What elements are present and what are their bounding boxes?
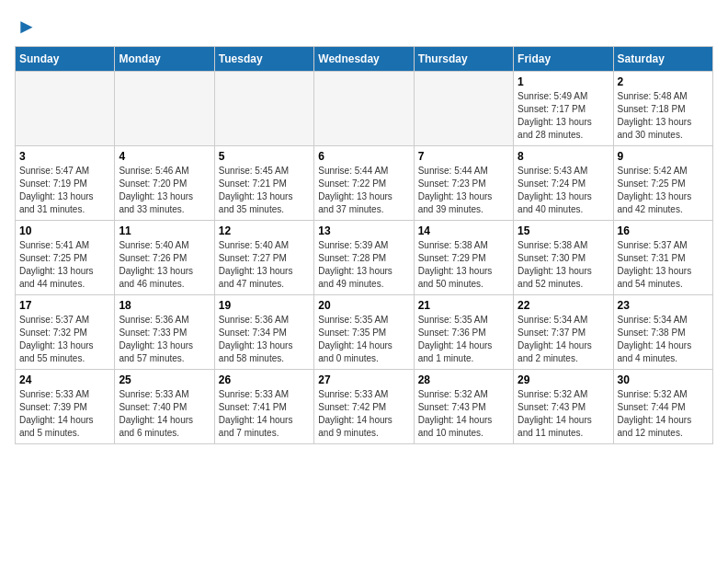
day-number: 12 — [219, 224, 310, 237]
day-number: 18 — [119, 299, 210, 312]
day-number: 16 — [618, 224, 709, 237]
day-number: 25 — [119, 373, 210, 386]
day-cell: 30Sunrise: 5:32 AM Sunset: 7:44 PM Dayli… — [613, 370, 712, 444]
header-cell-wednesday: Wednesday — [314, 47, 414, 72]
day-cell: 21Sunrise: 5:35 AM Sunset: 7:36 PM Dayli… — [414, 295, 513, 370]
day-info: Sunrise: 5:35 AM Sunset: 7:36 PM Dayligh… — [418, 314, 509, 365]
day-info: Sunrise: 5:36 AM Sunset: 7:34 PM Dayligh… — [219, 314, 310, 365]
day-cell: 7Sunrise: 5:44 AM Sunset: 7:23 PM Daylig… — [414, 146, 513, 221]
header-cell-sunday: Sunday — [16, 47, 115, 72]
day-info: Sunrise: 5:43 AM Sunset: 7:24 PM Dayligh… — [518, 165, 609, 216]
day-number: 26 — [219, 373, 310, 386]
day-info: Sunrise: 5:41 AM Sunset: 7:25 PM Dayligh… — [19, 239, 110, 291]
day-info: Sunrise: 5:47 AM Sunset: 7:19 PM Dayligh… — [19, 165, 110, 216]
day-cell — [314, 72, 414, 146]
day-cell: 1Sunrise: 5:49 AM Sunset: 7:17 PM Daylig… — [514, 72, 613, 146]
day-cell: 15Sunrise: 5:38 AM Sunset: 7:30 PM Dayli… — [514, 221, 613, 295]
day-cell: 2Sunrise: 5:48 AM Sunset: 7:18 PM Daylig… — [613, 72, 712, 146]
day-cell: 26Sunrise: 5:33 AM Sunset: 7:41 PM Dayli… — [214, 370, 313, 444]
day-number: 9 — [618, 150, 709, 163]
day-number: 13 — [318, 224, 409, 237]
day-cell: 20Sunrise: 5:35 AM Sunset: 7:35 PM Dayli… — [314, 295, 414, 370]
day-number: 30 — [618, 373, 709, 386]
day-number: 3 — [19, 150, 110, 163]
day-number: 20 — [318, 299, 409, 312]
day-cell: 25Sunrise: 5:33 AM Sunset: 7:40 PM Dayli… — [115, 370, 214, 444]
day-number: 4 — [119, 150, 210, 163]
week-row-1: 1Sunrise: 5:49 AM Sunset: 7:17 PM Daylig… — [16, 72, 713, 146]
day-cell: 28Sunrise: 5:32 AM Sunset: 7:43 PM Dayli… — [414, 370, 513, 444]
day-cell: 5Sunrise: 5:45 AM Sunset: 7:21 PM Daylig… — [214, 146, 313, 221]
day-cell: 9Sunrise: 5:42 AM Sunset: 7:25 PM Daylig… — [613, 146, 712, 221]
day-info: Sunrise: 5:33 AM Sunset: 7:42 PM Dayligh… — [318, 388, 409, 440]
day-number: 21 — [418, 299, 509, 312]
day-cell — [16, 72, 115, 146]
week-row-4: 17Sunrise: 5:37 AM Sunset: 7:32 PM Dayli… — [16, 295, 713, 370]
week-row-2: 3Sunrise: 5:47 AM Sunset: 7:19 PM Daylig… — [16, 146, 713, 221]
day-info: Sunrise: 5:44 AM Sunset: 7:22 PM Dayligh… — [318, 165, 409, 216]
day-info: Sunrise: 5:35 AM Sunset: 7:35 PM Dayligh… — [318, 314, 409, 365]
day-cell: 12Sunrise: 5:40 AM Sunset: 7:27 PM Dayli… — [214, 221, 313, 295]
day-cell: 29Sunrise: 5:32 AM Sunset: 7:43 PM Dayli… — [514, 370, 613, 444]
day-cell: 19Sunrise: 5:36 AM Sunset: 7:34 PM Dayli… — [214, 295, 313, 370]
day-number: 14 — [418, 224, 509, 237]
day-cell — [414, 72, 513, 146]
day-cell: 8Sunrise: 5:43 AM Sunset: 7:24 PM Daylig… — [514, 146, 613, 221]
day-info: Sunrise: 5:38 AM Sunset: 7:29 PM Dayligh… — [418, 239, 509, 291]
day-info: Sunrise: 5:33 AM Sunset: 7:41 PM Dayligh… — [219, 388, 310, 440]
day-number: 8 — [518, 150, 609, 163]
day-info: Sunrise: 5:38 AM Sunset: 7:30 PM Dayligh… — [518, 239, 609, 291]
day-number: 29 — [518, 373, 609, 386]
header: ► — [15, 15, 713, 39]
day-info: Sunrise: 5:42 AM Sunset: 7:25 PM Dayligh… — [618, 165, 709, 216]
header-cell-tuesday: Tuesday — [214, 47, 313, 72]
header-cell-friday: Friday — [514, 47, 613, 72]
day-info: Sunrise: 5:45 AM Sunset: 7:21 PM Dayligh… — [219, 165, 310, 216]
day-info: Sunrise: 5:49 AM Sunset: 7:17 PM Dayligh… — [518, 90, 609, 142]
day-number: 22 — [518, 299, 609, 312]
header-row: SundayMondayTuesdayWednesdayThursdayFrid… — [16, 47, 713, 72]
day-cell: 17Sunrise: 5:37 AM Sunset: 7:32 PM Dayli… — [16, 295, 115, 370]
week-row-3: 10Sunrise: 5:41 AM Sunset: 7:25 PM Dayli… — [16, 221, 713, 295]
day-number: 5 — [219, 150, 310, 163]
day-cell: 10Sunrise: 5:41 AM Sunset: 7:25 PM Dayli… — [16, 221, 115, 295]
day-number: 19 — [219, 299, 310, 312]
day-info: Sunrise: 5:39 AM Sunset: 7:28 PM Dayligh… — [318, 239, 409, 291]
day-number: 7 — [418, 150, 509, 163]
day-number: 15 — [518, 224, 609, 237]
day-number: 10 — [19, 224, 110, 237]
day-number: 6 — [318, 150, 409, 163]
day-number: 27 — [318, 373, 409, 386]
day-cell: 3Sunrise: 5:47 AM Sunset: 7:19 PM Daylig… — [16, 146, 115, 221]
calendar-table: SundayMondayTuesdayWednesdayThursdayFrid… — [15, 46, 713, 444]
day-cell: 22Sunrise: 5:34 AM Sunset: 7:37 PM Dayli… — [514, 295, 613, 370]
logo-arrow: ► — [17, 15, 37, 39]
day-info: Sunrise: 5:33 AM Sunset: 7:39 PM Dayligh… — [19, 388, 110, 440]
day-number: 1 — [518, 75, 609, 88]
day-cell: 14Sunrise: 5:38 AM Sunset: 7:29 PM Dayli… — [414, 221, 513, 295]
day-info: Sunrise: 5:33 AM Sunset: 7:40 PM Dayligh… — [119, 388, 210, 440]
logo: ► — [15, 15, 37, 39]
day-number: 24 — [19, 373, 110, 386]
day-info: Sunrise: 5:44 AM Sunset: 7:23 PM Dayligh… — [418, 165, 509, 216]
day-cell: 4Sunrise: 5:46 AM Sunset: 7:20 PM Daylig… — [115, 146, 214, 221]
day-number: 11 — [119, 224, 210, 237]
day-cell: 18Sunrise: 5:36 AM Sunset: 7:33 PM Dayli… — [115, 295, 214, 370]
day-cell — [115, 72, 214, 146]
day-info: Sunrise: 5:32 AM Sunset: 7:43 PM Dayligh… — [518, 388, 609, 440]
header-cell-saturday: Saturday — [613, 47, 712, 72]
day-info: Sunrise: 5:40 AM Sunset: 7:27 PM Dayligh… — [219, 239, 310, 291]
day-info: Sunrise: 5:40 AM Sunset: 7:26 PM Dayligh… — [119, 239, 210, 291]
day-info: Sunrise: 5:32 AM Sunset: 7:44 PM Dayligh… — [618, 388, 709, 440]
day-cell: 13Sunrise: 5:39 AM Sunset: 7:28 PM Dayli… — [314, 221, 414, 295]
day-number: 23 — [618, 299, 709, 312]
day-number: 2 — [618, 75, 709, 88]
day-info: Sunrise: 5:34 AM Sunset: 7:37 PM Dayligh… — [518, 314, 609, 365]
day-cell: 16Sunrise: 5:37 AM Sunset: 7:31 PM Dayli… — [613, 221, 712, 295]
day-info: Sunrise: 5:34 AM Sunset: 7:38 PM Dayligh… — [618, 314, 709, 365]
week-row-5: 24Sunrise: 5:33 AM Sunset: 7:39 PM Dayli… — [16, 370, 713, 444]
day-cell: 6Sunrise: 5:44 AM Sunset: 7:22 PM Daylig… — [314, 146, 414, 221]
day-cell: 27Sunrise: 5:33 AM Sunset: 7:42 PM Dayli… — [314, 370, 414, 444]
day-cell: 11Sunrise: 5:40 AM Sunset: 7:26 PM Dayli… — [115, 221, 214, 295]
day-cell — [214, 72, 313, 146]
